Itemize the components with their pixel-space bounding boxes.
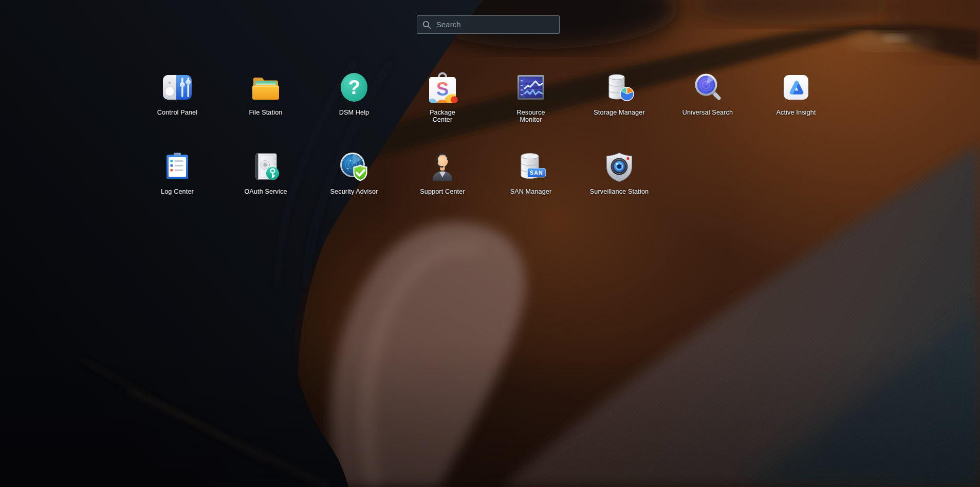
svg-text:S: S: [436, 79, 449, 100]
app-universal-search[interactable]: Universal Search: [663, 70, 752, 149]
app-label: Log Center: [161, 188, 194, 195]
app-label: OAuth Service: [244, 188, 287, 195]
magnifier-icon: [422, 21, 431, 29]
app-label: Security Advisor: [330, 188, 378, 195]
app-label: SAN Manager: [510, 188, 552, 195]
surveillance-station-icon: [603, 149, 636, 183]
app-log-center[interactable]: Log Center: [133, 149, 221, 229]
svg-text:?: ?: [348, 77, 360, 98]
oauth-service-icon: [249, 149, 282, 183]
app-control-panel[interactable]: Control Panel: [133, 70, 221, 149]
search-input[interactable]: [435, 20, 554, 29]
san-badge-label: SAN: [530, 170, 543, 176]
notification-dot: [451, 96, 458, 103]
app-label: Resource Monitor: [516, 109, 545, 123]
universal-search-icon: [691, 70, 724, 104]
dsm-help-icon: ?: [338, 70, 371, 104]
app-label: File Station: [249, 109, 283, 116]
app-label: Active Insight: [776, 109, 816, 116]
app-resource-monitor[interactable]: Resource Monitor: [487, 70, 575, 149]
app-label: Support Center: [420, 188, 465, 195]
san-manager-icon: SAN: [514, 149, 547, 183]
app-label: Control Panel: [157, 109, 197, 116]
security-advisor-icon: [338, 149, 371, 183]
app-san-manager[interactable]: SAN SAN Manager: [487, 149, 575, 229]
file-station-icon: [249, 70, 282, 104]
control-panel-icon: [161, 70, 194, 104]
active-insight-icon: [780, 70, 812, 104]
app-grid: Control Panel File Station: [133, 70, 840, 229]
search-bar: [417, 15, 560, 34]
log-center-icon: [161, 149, 194, 183]
app-security-advisor[interactable]: Security Advisor: [310, 149, 398, 229]
app-support-center[interactable]: Support Center: [398, 149, 487, 229]
app-surveillance-station[interactable]: Surveillance Station: [575, 149, 663, 229]
app-label: Package Center: [430, 109, 455, 123]
package-center-icon: S: [426, 70, 459, 104]
desktop: Control Panel File Station: [0, 0, 980, 487]
app-label: Universal Search: [682, 109, 733, 116]
app-storage-manager[interactable]: Storage Manager: [575, 70, 663, 149]
app-file-station[interactable]: File Station: [221, 70, 310, 149]
app-label: DSM Help: [339, 109, 369, 116]
storage-manager-icon: [603, 70, 636, 104]
app-active-insight[interactable]: Active Insight: [752, 70, 840, 149]
app-dsm-help[interactable]: ? DSM Help: [310, 70, 398, 149]
app-label: Storage Manager: [594, 109, 645, 116]
resource-monitor-icon: [514, 70, 547, 104]
app-oauth-service[interactable]: OAuth Service: [221, 149, 310, 229]
app-label: Surveillance Station: [590, 188, 649, 195]
support-center-icon: [426, 149, 459, 183]
app-package-center[interactable]: S Package Center: [398, 70, 487, 149]
